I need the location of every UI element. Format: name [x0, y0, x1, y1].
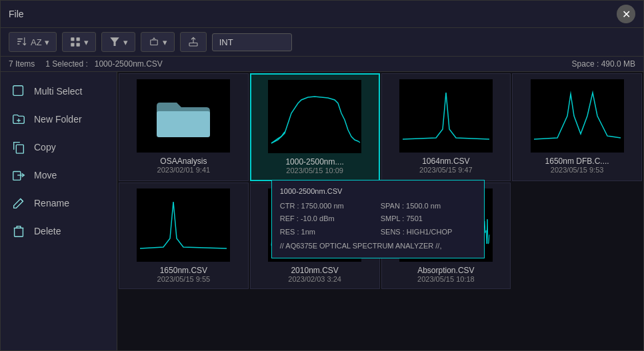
chart-1064nm: [399, 79, 493, 153]
sidebar-item-new-folder[interactable]: New Folder: [1, 105, 117, 133]
close-button[interactable]: ✕: [617, 5, 635, 23]
delete-label: Delete: [34, 226, 61, 236]
chart-1650nm-dfb: [531, 79, 624, 153]
folder-svg: [153, 93, 213, 139]
file-item-1064nm[interactable]: 1064nm.CSV 2023/05/15 9:47: [381, 73, 511, 181]
file-name-1650nm-dfb: 1650nm DFB.C....: [545, 157, 609, 166]
svg-rect-1: [17, 41, 21, 43]
tooltip-ref: REF : -10.0 dBm: [280, 213, 375, 225]
status-left: 7 Items 1 Selected : 1000-2500nm.CSV: [9, 59, 163, 69]
file-item-1650nm-dfb[interactable]: 1650nm DFB.C.... 2023/05/15 9:53: [512, 73, 642, 181]
copy-icon: [11, 140, 26, 155]
sort-icon: [16, 36, 28, 48]
main-window: File ✕ AZ ▾ ▾: [0, 0, 644, 351]
device-button[interactable]: ▾: [141, 32, 175, 52]
status-bar: 7 Items 1 Selected : 1000-2500nm.CSV Spa…: [1, 57, 643, 72]
svg-rect-5: [71, 43, 74, 47]
file-date-1650nm-dfb: 2023/05/15 9:53: [551, 166, 604, 174]
tooltip-ctr: CTR : 1750.000 nm: [280, 200, 375, 212]
new-folder-label: New Folder: [34, 114, 82, 125]
sidebar-item-copy[interactable]: Copy: [1, 133, 117, 161]
svg-line-16: [21, 199, 23, 202]
view-chevron: ▾: [84, 37, 89, 47]
tooltip-filename: 1000-2500nm.CSV: [280, 186, 476, 198]
sort-button[interactable]: AZ ▾: [9, 32, 57, 52]
tooltip-span: SPAN : 1500.0 nm: [381, 200, 476, 212]
sort-chevron: ▾: [45, 37, 49, 47]
content-area: OSAAnalysis 2023/02/01 9:41 1000-2500nm.…: [117, 72, 643, 350]
file-date-1000-2500nm: 2023/05/15 10:09: [286, 167, 343, 175]
file-thumb-1000-2500nm: [268, 80, 361, 153]
svg-rect-2: [17, 43, 19, 45]
search-input[interactable]: [212, 33, 292, 51]
file-item-1650nm[interactable]: 1650nm.CSV 2023/05/15 9:55: [119, 182, 249, 289]
move-icon: [11, 168, 26, 182]
export-button[interactable]: [180, 32, 207, 52]
window-title: File: [9, 9, 24, 19]
filter-button[interactable]: ▾: [101, 32, 135, 52]
trash-icon: [11, 224, 26, 238]
sidebar-item-move[interactable]: Move: [1, 161, 117, 189]
svg-rect-0: [17, 39, 23, 40]
file-item-osaanalysis[interactable]: OSAAnalysis 2023/02/01 9:41: [119, 73, 249, 181]
svg-rect-14: [13, 172, 21, 180]
file-name-absorption: Absorption.CSV: [417, 266, 474, 275]
file-thumb-1064nm: [399, 79, 493, 153]
tooltip-grid: CTR : 1750.000 nm SPAN : 1500.0 nm REF :…: [280, 200, 476, 238]
pencil-icon: [11, 196, 26, 210]
file-date-osaanalysis: 2023/02/01 9:41: [157, 166, 211, 174]
device-chevron: ▾: [163, 37, 167, 47]
svg-rect-17: [15, 228, 23, 236]
title-bar: File ✕: [1, 1, 643, 28]
view-button[interactable]: ▾: [62, 32, 96, 52]
filter-chevron: ▾: [123, 37, 128, 47]
file-thumb-1650nm: [137, 188, 230, 262]
svg-marker-7: [110, 37, 119, 46]
file-date-2010nm: 2023/02/03 3:24: [288, 275, 341, 283]
sort-label: AZ: [31, 37, 42, 47]
svg-rect-18: [157, 111, 210, 137]
sidebar-item-delete[interactable]: Delete: [1, 217, 117, 245]
svg-rect-4: [76, 37, 79, 41]
rename-label: Rename: [34, 198, 69, 208]
file-item-1000-2500nm[interactable]: 1000-2500nm.... 2023/05/15 10:09 1000-25…: [250, 73, 380, 181]
file-thumb-folder: [137, 79, 230, 153]
file-thumb-1650nm-dfb: [531, 79, 624, 153]
toolbar: AZ ▾ ▾ ▾ ▾: [1, 28, 643, 57]
space-info: Space : 490.0 MB: [572, 59, 635, 69]
file-name-1000-2500nm: 1000-2500nm....: [285, 157, 343, 167]
file-name-2010nm: 2010nm.CSV: [291, 266, 338, 275]
file-grid: OSAAnalysis 2023/02/01 9:41 1000-2500nm.…: [117, 72, 643, 290]
items-count: 7 Items: [9, 59, 35, 69]
export-icon: [187, 36, 199, 48]
selected-info: 1 Selected : 1000-2500nm.CSV: [45, 59, 162, 69]
file-date-1064nm: 2023/05/15 9:47: [419, 166, 473, 174]
chart-1000-2500nm: [268, 80, 361, 153]
svg-rect-9: [189, 43, 197, 47]
sidebar-item-rename[interactable]: Rename: [1, 189, 117, 217]
filter-icon: [109, 36, 121, 48]
file-date-absorption: 2023/05/15 10:18: [417, 275, 475, 283]
sidebar: Multi Select New Folder Copy Move: [1, 72, 117, 350]
file-name-osaanalysis: OSAAnalysis: [160, 157, 207, 166]
svg-rect-3: [71, 37, 74, 41]
file-date-1650nm: 2023/05/15 9:55: [157, 275, 211, 283]
folder-plus-icon: [11, 112, 26, 127]
chart-1650nm: [137, 188, 230, 262]
svg-rect-13: [16, 145, 23, 153]
tooltip-smpl: SMPL : 7501: [381, 213, 476, 225]
view-icon: [69, 36, 81, 48]
tooltip-sens: SENS : HIGH1/CHOP: [381, 226, 476, 238]
file-name-1064nm: 1064nm.CSV: [422, 157, 469, 166]
file-tooltip: 1000-2500nm.CSV CTR : 1750.000 nm SPAN :…: [271, 180, 485, 258]
title-bar-left: File: [9, 9, 24, 19]
multi-select-label: Multi Select: [34, 86, 82, 97]
copy-label: Copy: [34, 142, 56, 153]
svg-rect-8: [150, 40, 157, 45]
sidebar-item-multi-select[interactable]: Multi Select: [1, 77, 117, 105]
check-square-icon: [11, 84, 26, 99]
file-name-1650nm: 1650nm.CSV: [160, 266, 207, 275]
svg-rect-10: [13, 86, 23, 96]
device-icon: [148, 36, 160, 48]
svg-rect-6: [76, 43, 79, 47]
